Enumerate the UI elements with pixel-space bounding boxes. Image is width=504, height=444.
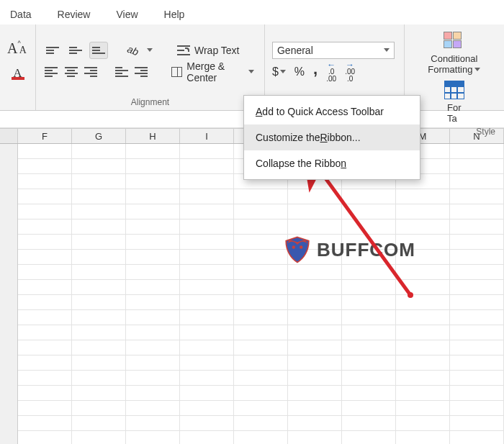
- align-left-button[interactable]: [43, 63, 59, 81]
- menu-add-to-qat[interactable]: Add to Quick Access Toolbar: [244, 99, 420, 124]
- font-color-swatch: [12, 77, 24, 80]
- chevron-down-icon: [280, 70, 286, 73]
- wrap-text-icon: [177, 44, 190, 57]
- merge-center-label: Merge & Center: [186, 60, 244, 83]
- tab-data[interactable]: Data: [9, 6, 33, 24]
- format-as-table-label-1: For: [447, 102, 462, 113]
- decrease-indent-icon: [115, 67, 128, 77]
- align-top-button[interactable]: [43, 42, 62, 59]
- wrap-text-button[interactable]: Wrap Text: [174, 42, 243, 59]
- font-color-button[interactable]: A: [9, 65, 27, 83]
- menu-collapse-ribbon[interactable]: Collapse the Ribbon: [244, 150, 420, 176]
- group-alignment: ab Wrap Text Merge & Center: [36, 24, 265, 110]
- number-format-selected: General: [277, 45, 313, 56]
- align-left-icon: [45, 67, 58, 77]
- spreadsheet-grid[interactable]: [0, 144, 504, 444]
- chevron-down-icon[interactable]: [248, 70, 254, 73]
- column-header[interactable]: I: [180, 129, 234, 143]
- tab-view[interactable]: View: [114, 6, 139, 24]
- number-format-select[interactable]: General: [272, 42, 395, 59]
- align-bottom-icon: [92, 47, 105, 54]
- select-all-corner[interactable]: [0, 129, 18, 143]
- conditional-formatting-label-2: Formatting: [428, 64, 472, 75]
- align-right-button[interactable]: [84, 63, 99, 81]
- conditional-formatting-label-1: Conditional: [428, 53, 480, 64]
- merge-center-button[interactable]: Merge & Center: [168, 63, 257, 81]
- group-font: A ^ A A: [0, 24, 36, 110]
- dollar-icon: $: [272, 65, 279, 78]
- increase-indent-icon: [135, 67, 148, 77]
- tab-review[interactable]: Review: [56, 6, 92, 24]
- align-center-icon: [65, 67, 78, 77]
- watermark-text: BUFFCOM: [317, 239, 415, 261]
- chevron-down-icon: [474, 68, 480, 71]
- column-header[interactable]: H: [126, 129, 180, 143]
- percent-icon: %: [294, 65, 305, 78]
- shield-icon: [282, 235, 312, 265]
- align-right-icon: [84, 67, 97, 77]
- orientation-icon: ab: [126, 42, 140, 57]
- increase-decimal-button[interactable]: ← .0 .00: [326, 63, 336, 81]
- group-font-label: [7, 97, 28, 110]
- format-as-table-icon: [444, 81, 464, 99]
- row-headers[interactable]: [0, 144, 18, 444]
- menu-customize-ribbon[interactable]: Customize the Ribbon...: [244, 124, 420, 150]
- align-middle-button[interactable]: [66, 42, 85, 59]
- increase-decimal-icon: ← .0 .00: [326, 61, 336, 83]
- format-as-table-label-2: Ta: [447, 113, 462, 124]
- letter-a-large-icon: A: [7, 41, 17, 55]
- svg-point-0: [292, 245, 295, 248]
- column-header[interactable]: G: [72, 129, 126, 143]
- comma-icon: ,: [313, 60, 318, 78]
- ribbon-context-menu: Add to Quick Access Toolbar Customize th…: [243, 95, 420, 180]
- percent-format-button[interactable]: %: [294, 63, 305, 81]
- letter-a-small-icon: A: [19, 43, 27, 58]
- merge-center-icon: [171, 67, 182, 77]
- column-header[interactable]: F: [18, 129, 72, 143]
- decrease-indent-button[interactable]: [114, 63, 130, 81]
- accounting-format-button[interactable]: $: [272, 63, 286, 81]
- orientation-button[interactable]: ab: [124, 42, 143, 59]
- chevron-down-icon[interactable]: [147, 48, 153, 52]
- tab-help[interactable]: Help: [163, 6, 186, 24]
- decrease-decimal-icon: → .00 .0: [345, 61, 355, 83]
- increase-indent-button[interactable]: [134, 63, 150, 81]
- group-alignment-label: Alignment: [43, 97, 257, 110]
- align-center-button[interactable]: [63, 63, 79, 81]
- group-styles-label: Style: [412, 127, 497, 140]
- align-top-icon: [46, 47, 59, 54]
- conditional-formatting-button[interactable]: Conditional Formatting: [412, 29, 497, 78]
- comma-format-button[interactable]: ,: [313, 63, 318, 81]
- align-middle-icon: [69, 47, 82, 54]
- align-bottom-button[interactable]: [89, 42, 108, 59]
- decrease-decimal-button[interactable]: → .00 .0: [345, 63, 355, 81]
- watermark: BUFFCOM: [282, 235, 415, 265]
- wrap-text-label: Wrap Text: [194, 45, 240, 56]
- format-as-table-button[interactable]: For Ta: [412, 78, 497, 127]
- svg-point-1: [300, 245, 302, 248]
- conditional-formatting-icon: [444, 32, 465, 50]
- chevron-down-icon: [384, 48, 390, 52]
